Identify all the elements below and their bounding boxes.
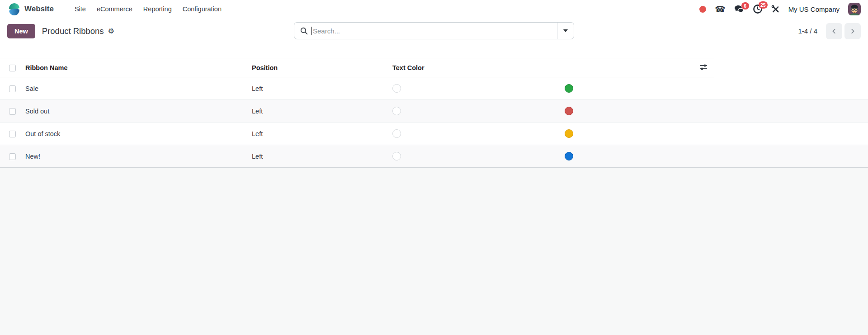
column-header-position[interactable]: Position — [247, 58, 388, 77]
pager-previous-button[interactable] — [826, 23, 842, 39]
ribbon-name-cell[interactable]: Sold out — [21, 100, 247, 123]
row-spacer-cell — [714, 77, 868, 100]
search-input[interactable] — [312, 27, 557, 35]
app-menu: Site eCommerce Reporting Configuration — [69, 3, 227, 15]
background-color-cell[interactable] — [560, 145, 714, 168]
table-row[interactable]: SaleLeft — [0, 77, 868, 100]
text-color-swatch — [392, 129, 401, 138]
row-select-cell — [0, 145, 21, 168]
row-spacer-cell — [714, 100, 868, 123]
select-all-cell — [0, 58, 21, 77]
search-filters-toggle[interactable] — [557, 23, 574, 39]
ribbon-name-cell[interactable]: New! — [21, 145, 247, 168]
row-spacer-cell — [714, 145, 868, 168]
background-color-swatch — [565, 129, 573, 138]
user-avatar[interactable] — [848, 3, 861, 15]
control-panel: New Product Ribbons ⚙ 1-4 / 4 — [0, 18, 868, 44]
tools-icon — [771, 5, 780, 14]
list-header-row: Ribbon Name Position Text Color — [0, 58, 868, 77]
presence-status-dot[interactable] — [699, 6, 706, 13]
text-color-swatch — [392, 152, 401, 160]
new-button[interactable]: New — [7, 24, 35, 38]
optional-columns-toggle[interactable] — [699, 63, 708, 71]
phone-icon: ☎ — [715, 5, 726, 14]
table-row[interactable]: New!Left — [0, 145, 868, 168]
page-title: Product Ribbons — [42, 26, 104, 36]
text-color-cell[interactable] — [388, 77, 560, 100]
tools-button[interactable] — [771, 5, 780, 14]
background-color-cell[interactable] — [560, 77, 714, 100]
row-checkbox[interactable] — [9, 153, 16, 160]
row-select-cell — [0, 100, 21, 123]
row-checkbox[interactable] — [9, 131, 16, 137]
activities-count-badge: 25 — [759, 1, 768, 9]
menu-reporting[interactable]: Reporting — [138, 3, 177, 15]
ribbon-name-cell[interactable]: Out of stock — [21, 123, 247, 145]
top-navbar: Website Site eCommerce Reporting Configu… — [0, 0, 868, 18]
pager: 1-4 / 4 — [798, 23, 861, 39]
pager-next-button[interactable] — [844, 23, 861, 39]
row-select-cell — [0, 123, 21, 145]
voip-phone-button[interactable]: ☎ — [715, 5, 726, 14]
odoo-backend: Website Site eCommerce Reporting Configu… — [0, 0, 868, 335]
company-switcher[interactable]: My US Company — [788, 5, 840, 13]
chevron-left-icon — [830, 28, 838, 35]
menu-configuration[interactable]: Configuration — [177, 3, 227, 15]
empty-view-background — [0, 168, 868, 335]
optional-columns-cell — [560, 58, 714, 77]
ribbon-name-cell[interactable]: Sale — [21, 77, 247, 100]
position-cell[interactable]: Left — [247, 123, 388, 145]
search-icon — [300, 27, 308, 35]
chevron-down-icon — [563, 29, 568, 32]
text-color-cell[interactable] — [388, 123, 560, 145]
menu-site[interactable]: Site — [69, 3, 91, 15]
website-app-logo-icon — [8, 3, 20, 15]
position-cell[interactable]: Left — [247, 77, 388, 100]
systray: ☎ 6 25 — [699, 3, 861, 15]
row-spacer-cell — [714, 123, 868, 145]
view-gap — [0, 44, 868, 58]
activities-button[interactable]: 25 — [753, 4, 763, 14]
chevron-right-icon — [849, 28, 856, 35]
search-bar — [294, 22, 574, 39]
position-cell[interactable]: Left — [247, 145, 388, 168]
background-color-swatch — [565, 107, 573, 115]
red-dot-icon — [699, 6, 706, 13]
text-color-cell[interactable] — [388, 100, 560, 123]
messages-button[interactable]: 6 — [734, 5, 744, 14]
column-header-text-color[interactable]: Text Color — [388, 58, 560, 77]
row-select-cell — [0, 77, 21, 100]
background-color-swatch — [565, 152, 573, 160]
app-name: Website — [24, 5, 54, 14]
column-header-ribbon-name[interactable]: Ribbon Name — [21, 58, 247, 77]
row-checkbox[interactable] — [9, 85, 16, 92]
select-all-checkbox[interactable] — [9, 65, 16, 71]
row-checkbox[interactable] — [9, 108, 16, 115]
table-row[interactable]: Sold outLeft — [0, 100, 868, 123]
background-color-cell[interactable] — [560, 100, 714, 123]
pager-range[interactable]: 1-4 / 4 — [798, 27, 817, 35]
table-row[interactable]: Out of stockLeft — [0, 123, 868, 145]
text-color-cell[interactable] — [388, 145, 560, 168]
menu-ecommerce[interactable]: eCommerce — [91, 3, 138, 15]
product-ribbons-list: Ribbon Name Position Text Color SaleLeft… — [0, 58, 868, 168]
background-color-cell[interactable] — [560, 123, 714, 145]
position-cell[interactable]: Left — [247, 100, 388, 123]
website-app-home[interactable]: Website — [8, 3, 54, 15]
messages-count-badge: 6 — [741, 2, 749, 9]
text-color-swatch — [392, 84, 401, 93]
background-color-swatch — [565, 84, 573, 93]
text-color-swatch — [392, 107, 401, 115]
gear-icon[interactable]: ⚙ — [108, 28, 114, 35]
sliders-icon — [699, 63, 708, 71]
